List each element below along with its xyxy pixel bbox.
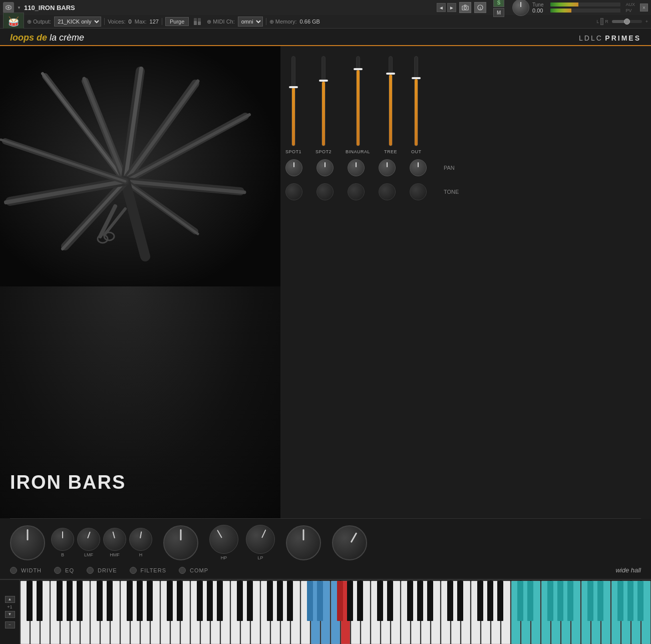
fader-handle-out[interactable] bbox=[412, 77, 421, 79]
fader-handle-spot2[interactable] bbox=[319, 80, 328, 82]
piano-black-key[interactable] bbox=[387, 581, 393, 621]
piano-black-key[interactable] bbox=[77, 581, 83, 621]
piano-black-key-cyan[interactable] bbox=[597, 581, 603, 621]
piano-black-key[interactable] bbox=[377, 581, 383, 621]
octave-up-button[interactable]: ▲ bbox=[5, 596, 15, 603]
tone-knob-binaural[interactable] bbox=[348, 183, 365, 200]
piano-black-key[interactable] bbox=[67, 581, 73, 621]
tone-knob-out[interactable] bbox=[410, 183, 427, 200]
piano-black-key[interactable] bbox=[237, 581, 243, 621]
info-icon[interactable]: i bbox=[474, 2, 486, 13]
piano-black-key[interactable] bbox=[97, 581, 103, 621]
piano-black-key[interactable] bbox=[447, 581, 453, 621]
comp-knob[interactable] bbox=[286, 525, 321, 560]
piano-black-key[interactable] bbox=[347, 581, 353, 621]
drive-knob[interactable] bbox=[163, 525, 198, 560]
purge-button[interactable]: Purge bbox=[165, 17, 189, 26]
fader-track-binaural[interactable] bbox=[356, 56, 360, 146]
dropdown-arrow-icon[interactable]: ▼ bbox=[17, 6, 21, 10]
piano-black-key[interactable] bbox=[57, 581, 63, 621]
comp-toggle[interactable]: COMP bbox=[179, 567, 208, 574]
piano-black-key[interactable] bbox=[417, 581, 423, 621]
eq-knob-h[interactable] bbox=[129, 528, 152, 551]
next-instrument-button[interactable]: ► bbox=[447, 3, 456, 12]
piano-black-key[interactable] bbox=[277, 581, 283, 621]
piano-black-key[interactable] bbox=[357, 581, 363, 621]
piano-black-key-cyan[interactable] bbox=[547, 581, 553, 621]
piano-black-key[interactable] bbox=[267, 581, 273, 621]
fader-track-out[interactable] bbox=[414, 56, 418, 146]
tone-knob-spot2[interactable] bbox=[316, 183, 334, 200]
midi-ch-select[interactable]: omni bbox=[238, 17, 263, 27]
piano-keyboard[interactable]: // This SVG script won't execute; use st… bbox=[20, 580, 651, 644]
eq-knob-hmf[interactable] bbox=[103, 528, 126, 551]
bottom-section: B LMF HMF bbox=[0, 519, 651, 579]
pan-knob-spot2[interactable] bbox=[316, 159, 334, 176]
pan-knob-tree[interactable] bbox=[379, 159, 396, 176]
eq-knob-lmf[interactable] bbox=[77, 528, 100, 551]
pan-slider[interactable] bbox=[612, 20, 642, 23]
fader-track-tree[interactable] bbox=[389, 56, 393, 146]
eq-toggle[interactable]: EQ bbox=[54, 567, 74, 574]
piano-black-key-cyan[interactable] bbox=[627, 581, 633, 621]
piano-black-key[interactable] bbox=[37, 581, 43, 621]
piano-black-key[interactable] bbox=[487, 581, 493, 621]
piano-black-key[interactable] bbox=[477, 581, 483, 621]
fader-track-spot1[interactable] bbox=[291, 56, 295, 146]
pan-knob-out[interactable] bbox=[410, 159, 427, 176]
reverb-knob[interactable] bbox=[332, 525, 367, 560]
piano-black-key[interactable] bbox=[407, 581, 413, 621]
solo-button[interactable]: S bbox=[493, 0, 504, 7]
eq-knob-b[interactable] bbox=[51, 528, 74, 551]
hp-knob[interactable] bbox=[209, 525, 238, 554]
output-select[interactable]: 21_KICK only bbox=[54, 17, 101, 27]
piano-black-key-cyan[interactable] bbox=[617, 581, 623, 621]
piano-black-key-cyan[interactable] bbox=[637, 581, 643, 621]
piano-black-key[interactable] bbox=[137, 581, 143, 621]
mute-button[interactable]: M bbox=[493, 8, 504, 17]
piano-black-key[interactable] bbox=[197, 581, 203, 621]
piano-black-key[interactable] bbox=[427, 581, 433, 621]
piano-black-key[interactable] bbox=[247, 581, 253, 621]
pan-handle[interactable] bbox=[624, 19, 630, 25]
piano-black-key[interactable] bbox=[457, 581, 463, 621]
tone-knob-spot1[interactable] bbox=[285, 183, 302, 200]
piano-black-key[interactable] bbox=[177, 581, 183, 621]
pan-knob-binaural[interactable] bbox=[348, 159, 365, 176]
piano-black-key[interactable] bbox=[107, 581, 113, 621]
fader-handle-tree[interactable] bbox=[386, 73, 395, 75]
piano-black-key-cyan[interactable] bbox=[587, 581, 593, 621]
piano-black-key[interactable] bbox=[497, 581, 503, 621]
piano-black-key-cyan[interactable] bbox=[557, 581, 563, 621]
filters-toggle[interactable]: FILTERS bbox=[130, 567, 166, 574]
tune-knob[interactable] bbox=[512, 0, 529, 16]
close-button[interactable]: × bbox=[640, 4, 648, 12]
piano-black-key[interactable] bbox=[287, 581, 293, 621]
lp-knob[interactable] bbox=[246, 525, 275, 554]
piano-black-key-blue[interactable] bbox=[317, 581, 323, 621]
piano-black-key-blue[interactable] bbox=[307, 581, 313, 621]
piano-black-key[interactable] bbox=[127, 581, 133, 621]
tone-knob-tree[interactable] bbox=[379, 183, 396, 200]
piano-black-key[interactable] bbox=[167, 581, 173, 621]
drive-toggle[interactable]: DRIVE bbox=[87, 567, 117, 574]
fader-handle-spot1[interactable] bbox=[289, 86, 298, 88]
octave-down-button[interactable]: ▼ bbox=[5, 611, 15, 618]
prev-instrument-button[interactable]: ◄ bbox=[437, 3, 446, 12]
fader-track-spot2[interactable] bbox=[321, 56, 326, 146]
piano-black-key[interactable] bbox=[217, 581, 223, 621]
piano-black-key-red[interactable] bbox=[337, 581, 343, 621]
piano-black-key[interactable] bbox=[147, 581, 153, 621]
piano-black-key-cyan[interactable] bbox=[527, 581, 533, 621]
fader-handle-binaural[interactable] bbox=[354, 68, 363, 70]
piano-black-key-cyan[interactable] bbox=[517, 581, 523, 621]
pan-knob-spot1[interactable] bbox=[285, 159, 302, 176]
lr-divider[interactable] bbox=[600, 18, 603, 25]
camera-icon[interactable] bbox=[459, 2, 471, 13]
piano-black-key-cyan[interactable] bbox=[567, 581, 573, 621]
minus-button[interactable]: − bbox=[5, 621, 15, 628]
piano-black-key[interactable] bbox=[27, 581, 33, 621]
piano-black-key[interactable] bbox=[207, 581, 213, 621]
width-knob[interactable] bbox=[10, 525, 45, 560]
width-toggle[interactable]: WIDTH bbox=[10, 567, 42, 574]
